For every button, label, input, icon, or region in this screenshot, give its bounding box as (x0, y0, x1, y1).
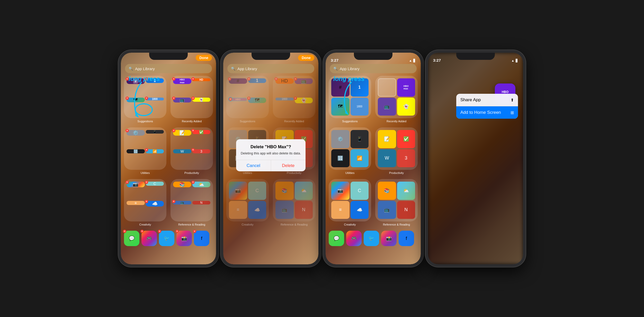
delete-badge[interactable]: ✕ (145, 200, 148, 203)
delete-badge: ✕ (294, 77, 297, 81)
search-bar-3[interactable]: 🔍 App Library (330, 64, 417, 73)
app-carplay[interactable]: 📱 (146, 130, 164, 134)
app-hbomax-3[interactable]: HBOmax (397, 78, 415, 97)
app-wordpress[interactable]: W (173, 149, 191, 153)
delete-badge[interactable]: ✕ (158, 230, 161, 233)
app-messages-3[interactable]: 💬 (329, 231, 344, 246)
context-menu-share[interactable]: Share App ⬆ (456, 94, 518, 106)
folder-utilities-1[interactable]: ✕ ⚙️ 📱 🔢 (124, 127, 166, 170)
delete-badge[interactable]: ✕ (145, 181, 148, 184)
app-weather[interactable]: ⛅ (192, 182, 211, 187)
app-twitter-dock[interactable]: 🐦 (159, 231, 174, 246)
search-text-1: App Library (135, 67, 155, 71)
row-2: ✕ ⚙️ 📱 🔢 (124, 127, 213, 170)
delete-badge[interactable]: ✕ (175, 230, 179, 233)
wifi-icon-3: ▲ (409, 59, 412, 62)
phone-4: 3:27 ▲ ▊ HBOmax Share App ⬆ Add to Home … (425, 50, 526, 267)
delete-badge[interactable]: ✕ (191, 181, 195, 184)
folder-label-reference-1: Reference & Reading (171, 223, 213, 226)
app-instagram-dock[interactable]: 📸 (176, 231, 192, 246)
dialog-buttons: Cancel Delete (236, 160, 306, 171)
folder-utilities-3[interactable]: ⚙️ 📱 🔢 📶 (329, 127, 371, 170)
dialog-cancel-button[interactable]: Cancel (236, 160, 271, 171)
share-icon: ⬆ (511, 98, 514, 102)
app-wifi[interactable]: 📶 (146, 149, 164, 153)
folder-productivity-1[interactable]: ✕ 📝 ✕ ✅ W (171, 127, 213, 170)
app-gamecenter-3[interactable]: 🎮 (346, 231, 362, 246)
app-settings[interactable]: ⚙️ (127, 130, 145, 136)
row-3-3: 📷 C ≡ ☁️ Creativity 📚 ⛅ 📺 N (329, 179, 418, 221)
folder-reference-1[interactable]: 📚 ✕ ⛅ ✕ 📺 (171, 179, 213, 221)
app-reminders[interactable]: ✅ (192, 130, 211, 134)
folder-label-creativity-3: Creativity (329, 223, 371, 226)
delete-badge[interactable]: ✕ (123, 230, 126, 233)
app-twitter-3[interactable]: 🐦 (364, 231, 379, 246)
app-twitch-3[interactable]: 📺 (378, 98, 396, 116)
folder-productivity-3[interactable]: 📝 ✅ W 3 (375, 127, 418, 170)
dialog-message: Deleting this app will also delete its d… (240, 151, 301, 156)
delete-badge[interactable]: ✕ (145, 148, 148, 152)
folder-recently-added-3[interactable]: HBOmax 📺 👻 (375, 76, 418, 118)
row-3-2: ⚙️ 📱 🔢 📶 Utilities 📝 ✅ W 3 (329, 127, 418, 170)
delete-badge[interactable]: ✕ (140, 230, 144, 233)
delete-badge[interactable]: ✕ (191, 97, 195, 100)
done-button-2[interactable]: Done (298, 55, 314, 61)
wifi-icon-4: ▲ (511, 59, 514, 62)
app-photos[interactable]: 📷 (127, 182, 145, 187)
delete-badge[interactable]: ✕ (172, 97, 175, 100)
app-twitch[interactable]: 📺 (173, 98, 191, 102)
app-hbomax[interactable]: HBOmax (173, 78, 191, 84)
delete-badge[interactable]: ✕ (172, 129, 175, 132)
delete-badge[interactable]: ✕ (193, 230, 196, 233)
delete-badge[interactable]: ✕ (191, 148, 195, 152)
folder-creativity-2: 📷 C ≡ ☁️ (226, 179, 269, 221)
context-menu-add-home[interactable]: Add to Home Screen ⊞ (456, 106, 518, 119)
app-instagram-3[interactable]: 📸 (381, 231, 397, 246)
app-gamecenter-dock[interactable]: 🎮 (141, 231, 157, 246)
folder-creativity-3[interactable]: 📷 C ≡ ☁️ (329, 179, 371, 221)
search-bar-2[interactable]: 🔍 App Library (227, 64, 314, 73)
app-messages-dock[interactable]: 💬 (124, 231, 139, 246)
app-screens[interactable]: 📺 (173, 201, 191, 204)
folder-recently-added-1[interactable]: ✕ HBOmax ✕ HD (171, 76, 213, 118)
delete-badge[interactable]: ✕ (191, 129, 195, 132)
folder-reference-2: 📚 ⛅ 📺 N (273, 179, 315, 221)
folder-label-recently-added-2: Recently Added (273, 120, 315, 123)
app-canva[interactable]: C (146, 182, 164, 186)
app-snapchat-2: 👻 (295, 98, 313, 103)
app-facebook-dock[interactable]: f (194, 231, 209, 246)
delete-badge[interactable]: ✕ (126, 129, 129, 132)
folder-label-reference-3: Reference & Reading (375, 223, 418, 226)
folder-reference-3[interactable]: 📚 ⛅ 📺 N (375, 179, 418, 221)
app-calc[interactable]: 🔢 (127, 149, 145, 153)
app-snapchat-3[interactable]: 👻 (397, 98, 415, 116)
app-snapchat[interactable]: 👻 (192, 98, 211, 102)
delete-badge[interactable]: ✕ (191, 77, 195, 81)
delete-dialog: Delete "HBO Max"? Deleting this app will… (236, 139, 306, 171)
app-noir[interactable]: N (192, 201, 211, 204)
delete-badge[interactable]: ✕ (126, 181, 129, 184)
search-bar-1[interactable]: 🔍 App Library (125, 64, 212, 73)
delete-badge[interactable]: ✕ (172, 200, 175, 203)
app-notes[interactable]: 📝 (173, 130, 191, 136)
done-button-1[interactable]: Done (196, 55, 212, 61)
app-homedepot[interactable]: HD (192, 78, 211, 81)
delete-badge[interactable]: ✕ (172, 77, 175, 81)
app-layers[interactable]: ≡ (127, 201, 145, 205)
folder-label-recently-added-3: Recently Added (375, 120, 418, 123)
app-todoist[interactable]: 3 (192, 149, 211, 153)
folder-label-productivity-3: Productivity (375, 171, 418, 174)
battery-icon-3: ▊ (413, 59, 416, 62)
folder-creativity-1[interactable]: ✕ 📷 ✕ C ≡ (124, 179, 166, 221)
search-icon-1: 🔍 (129, 67, 133, 71)
phone-2-screen: Done 🔍 App Library ✕ # (223, 53, 318, 264)
dialog-delete-button[interactable]: Delete (271, 160, 306, 171)
context-menu: Share App ⬆ Add to Home Screen ⊞ (456, 94, 518, 119)
folder-label-reference-2: Reference & Reading (273, 223, 315, 226)
app-books[interactable]: 📚 (173, 182, 191, 187)
app-facebook-3[interactable]: f (399, 231, 414, 246)
highlight-circle-1 (135, 103, 153, 116)
app-icloud[interactable]: ☁️ (146, 201, 164, 207)
folder-label-productivity-1: Productivity (171, 171, 213, 174)
app-1password-2: 1 (248, 78, 266, 83)
